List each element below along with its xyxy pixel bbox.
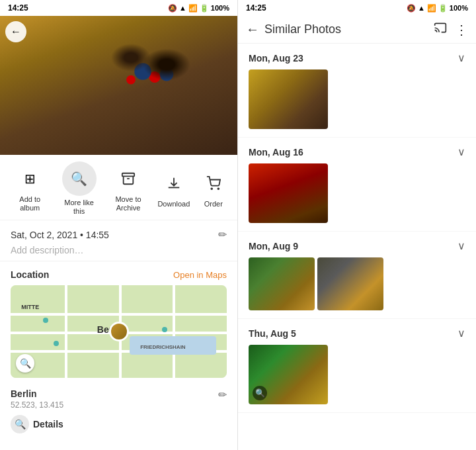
notification-icon: 🔕 [168, 4, 177, 13]
city-name: Berlin [11, 388, 63, 399]
more-like-this-action[interactable]: 🔍 More like this [60, 161, 99, 216]
more-like-this-icon-wrap: 🔍 [62, 161, 97, 196]
chevron-aug5: ∨ [457, 327, 465, 339]
move-to-archive-label: Move to Archive [108, 195, 148, 212]
photo-aug5[interactable]: 🔍 [249, 345, 328, 404]
date-group-aug5: Thu, Aug 5 ∨ 🔍 [238, 319, 476, 413]
photos-grid-aug9 [238, 257, 476, 318]
photo-aug23[interactable] [249, 69, 328, 129]
similar-photos-list: Mon, Aug 23 ∨ Mon, Aug 16 ∨ Mon, Aug 9 [238, 44, 476, 450]
info-section: Sat, Oct 2, 2021 • 14:55 ✏ Add descripti… [0, 220, 237, 261]
friedrichshain-label: FRIEDRICHSHAIN [140, 344, 185, 350]
archive-icon [121, 171, 136, 186]
photo-aug16[interactable] [249, 163, 328, 223]
actions-bar: ⊞ Add to album 🔍 More like this Move to … [0, 155, 237, 220]
status-bar-right: 14:25 🔕 ▲ 📶 🔋 100% [238, 0, 476, 16]
date-label-aug9: Mon, Aug 9 [249, 241, 298, 251]
city-info: Berlin 52.523, 13.415 [11, 388, 63, 410]
left-panel: 14:25 🔕 ▲ 📶 🔋 100% ← ⊞ Add to album 🔍 Mo… [0, 0, 238, 450]
date-label-aug5: Thu, Aug 5 [249, 328, 296, 339]
date-group-header-aug16[interactable]: Mon, Aug 16 ∨ [238, 138, 476, 163]
add-to-album-icon-wrap: ⊞ [16, 165, 44, 193]
svg-rect-0 [122, 173, 134, 177]
date-group-aug9: Mon, Aug 9 ∨ [238, 232, 476, 319]
chevron-aug9: ∨ [457, 240, 465, 252]
battery-icon: 🔋 [200, 4, 209, 13]
food-photo [0, 16, 238, 155]
back-button-right[interactable]: ← [246, 22, 259, 37]
photo-aug9a[interactable] [249, 257, 315, 310]
date-label-aug16: Mon, Aug 16 [249, 147, 303, 158]
map-pin [109, 322, 129, 341]
order-action[interactable]: Order [200, 169, 227, 208]
photo-aug9b[interactable] [317, 257, 383, 310]
chevron-aug16: ∨ [457, 146, 465, 158]
date-group-aug23: Mon, Aug 23 ∨ [238, 44, 476, 138]
order-label: Order [204, 200, 223, 208]
page-title: Similar Photos [264, 22, 428, 36]
photos-grid-aug23 [238, 69, 476, 137]
photo-aug5-search-icon[interactable]: 🔍 [253, 386, 267, 400]
status-time-left: 14:25 [8, 3, 28, 13]
more-like-this-label: More like this [60, 199, 99, 216]
right-header: ← Similar Photos ⋮ [238, 16, 476, 44]
date-text: Sat, Oct 2, 2021 • 14:55 [11, 230, 109, 240]
map-background: Berlin MITTE FRIEDRICHSHAIN 🔍 [11, 285, 227, 378]
add-to-album-icon: ⊞ [24, 171, 36, 187]
notification-icon-r: 🔕 [407, 4, 416, 13]
time-left: 14:25 [8, 3, 28, 13]
svg-point-2 [218, 188, 219, 189]
more-like-this-icon: 🔍 [71, 171, 87, 187]
mitte-label: MITTE [21, 304, 39, 310]
city-row: Berlin 52.523, 13.415 ✏ [0, 383, 237, 412]
status-time-right: 14:25 [246, 3, 266, 13]
date-group-header-aug23[interactable]: Mon, Aug 23 ∨ [238, 44, 476, 69]
status-icons-right: 🔕 ▲ 📶 🔋 100% [407, 4, 468, 13]
date-label-aug23: Mon, Aug 23 [249, 53, 303, 64]
map-zoom-button[interactable]: 🔍 [16, 354, 34, 373]
status-bar-left: 14:25 🔕 ▲ 📶 🔋 100% [0, 0, 237, 16]
open-maps-button[interactable]: Open in Maps [173, 270, 227, 280]
battery-icon-r: 🔋 [438, 4, 448, 13]
wifi-icon: ▲ [179, 4, 186, 12]
menu-icon[interactable]: ⋮ [455, 22, 468, 38]
order-icon-wrap [200, 169, 227, 197]
order-icon [206, 176, 221, 191]
details-search-icon[interactable]: 🔍 [11, 415, 29, 433]
signal-icon: 📶 [188, 4, 198, 13]
add-to-album-action[interactable]: ⊞ Add to album [10, 165, 50, 212]
wifi-icon-r: ▲ [418, 4, 425, 12]
battery-pct-r: 100% [450, 4, 468, 12]
map-container[interactable]: Berlin MITTE FRIEDRICHSHAIN 🔍 [11, 285, 227, 378]
location-section: Location Open in Maps Berlin [0, 261, 237, 383]
signal-icon-r: 📶 [427, 4, 436, 13]
battery-pct: 100% [211, 4, 229, 12]
download-action[interactable]: Download [157, 169, 190, 208]
location-header: Location Open in Maps [11, 269, 227, 280]
photo-container: ← [0, 16, 238, 155]
details-row: 🔍 Details [0, 412, 237, 439]
move-to-archive-action[interactable]: Move to Archive [108, 165, 148, 212]
chevron-aug23: ∨ [457, 52, 465, 64]
right-panel: 14:25 🔕 ▲ 📶 🔋 100% ← Similar Photos ⋮ Mo… [238, 0, 476, 450]
add-to-album-label: Add to album [10, 195, 50, 212]
details-label: Details [33, 419, 63, 429]
date-group-header-aug5[interactable]: Thu, Aug 5 ∨ [238, 319, 476, 345]
date-group-aug16: Mon, Aug 16 ∨ [238, 138, 476, 232]
location-title: Location [11, 269, 49, 280]
date-group-header-aug9[interactable]: Mon, Aug 9 ∨ [238, 232, 476, 257]
download-icon [167, 176, 181, 191]
photos-grid-aug5: 🔍 [238, 345, 476, 412]
date-row: Sat, Oct 2, 2021 • 14:55 ✏ [11, 228, 227, 241]
download-label: Download [157, 200, 190, 208]
description-placeholder[interactable]: Add description… [11, 245, 227, 255]
edit-location-icon[interactable]: ✏ [218, 388, 227, 401]
status-icons-left: 🔕 ▲ 📶 🔋 100% [168, 4, 229, 13]
cast-icon[interactable] [434, 21, 447, 38]
download-icon-wrap [160, 169, 188, 197]
svg-point-1 [211, 188, 212, 189]
back-button[interactable]: ← [5, 21, 26, 42]
move-to-archive-icon-wrap [114, 165, 142, 193]
city-coords: 52.523, 13.415 [11, 400, 63, 410]
edit-date-icon[interactable]: ✏ [218, 228, 227, 241]
